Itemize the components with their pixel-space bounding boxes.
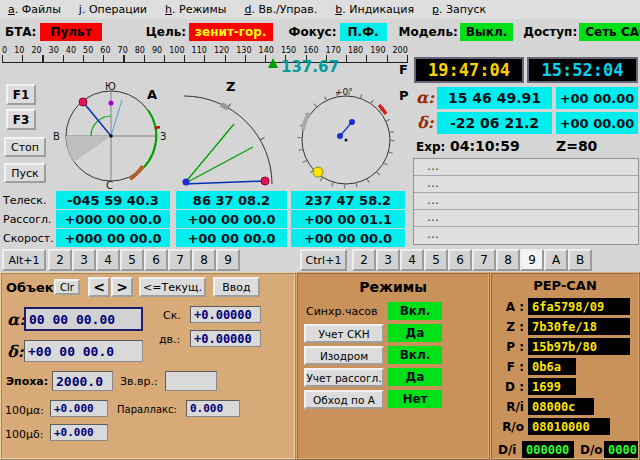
pep-z-value: 7b30fe/18 [528, 318, 630, 335]
tab-ctrl-7[interactable]: 7 [472, 249, 496, 271]
f3-button[interactable]: F3 [6, 109, 36, 130]
ruler-tick: 10 [14, 46, 24, 55]
pep-di-value: 000000 [522, 441, 574, 458]
ruler-tick: 50 [83, 46, 93, 55]
menu-input-control[interactable]: d. Вв./Управ. [244, 3, 317, 16]
pep-panel: PEP-CAN A : 6fa5798/09 Z : 7b30fe/18 P :… [490, 272, 640, 460]
pep-z-label: Z : [494, 320, 524, 334]
ruler-tick: 150 [281, 46, 296, 55]
tab-ctrl-5[interactable]: 5 [424, 249, 448, 271]
delta-value: -22 06 21.2 [437, 112, 552, 134]
mode-bypass-a-button[interactable]: Обход по А [304, 390, 384, 409]
start-button[interactable]: Пуск [4, 163, 46, 183]
tab-ctrl-a[interactable]: A [544, 249, 568, 271]
dial-p-blue-dot [349, 119, 355, 125]
parallax-field[interactable]: 0.000 [186, 400, 240, 417]
tab-alt-5[interactable]: 5 [120, 249, 144, 271]
ruler-tick: 20 [31, 46, 41, 55]
menu-files[interactable]: а. Файлы [8, 3, 61, 16]
pep-f-value: 0b6a [528, 358, 576, 375]
modes-panel: Режимы Синхр.часов Вкл. Учет СКН Да Изод… [296, 272, 490, 460]
menu-files-hotkey: а [8, 3, 15, 16]
tab-alt-2[interactable]: 2 [48, 249, 72, 271]
next-object-button[interactable]: > [111, 277, 133, 297]
tab-alt-9[interactable]: 9 [216, 249, 240, 271]
speed-label: Ск. [163, 309, 181, 322]
pep-p-label: P : [494, 340, 524, 354]
tab-ctrl-9[interactable]: 9 [520, 249, 544, 271]
menu-launch-label: . Запуск [439, 3, 486, 16]
tab-alt-8[interactable]: 8 [192, 249, 216, 271]
pep-p-value: 15b97b/80 [528, 338, 630, 355]
prev-object-button[interactable]: < [88, 277, 110, 297]
object-delta-input[interactable]: +00 00 00.0 [24, 340, 143, 362]
mismatch-rotation-value: +00 00 01.1 [291, 210, 405, 228]
pep-ro-value: 08010000 [528, 418, 610, 435]
ruler-tick-marks [2, 55, 408, 63]
log-row: … [414, 210, 638, 227]
tab-alt-6[interactable]: 6 [144, 249, 168, 271]
menu-indication-label: . Индикация [342, 3, 414, 16]
telescope-row-label: Телеск. [3, 194, 46, 207]
exp-label: Exp: [416, 140, 445, 154]
dial-p-yellow-dot [313, 167, 323, 177]
ruler-marker-icon [268, 58, 278, 68]
pep-ro-label: R/o [494, 420, 524, 434]
ruler-tick: 130 [236, 46, 251, 55]
speed-rotation-value: +00 00 00.0 [291, 229, 405, 247]
tab-alt-4[interactable]: 4 [96, 249, 120, 271]
object-alpha-input[interactable]: 00 00 00.00 [24, 307, 143, 331]
tab-ctrl-3[interactable]: 3 [376, 249, 400, 271]
alt-tabs-label[interactable]: Alt+1 [2, 249, 46, 271]
stop-button[interactable]: Стоп [4, 137, 46, 157]
ruler-tick-labels: 0 10 20 30 40 50 60 70 80 90 100 110 120… [2, 45, 408, 55]
pep-a-value: 6fa5798/09 [528, 298, 630, 315]
epoch-label: Эпоха: [6, 375, 48, 388]
telescope-zenith-value: 86 37 08.2 [176, 191, 287, 209]
menu-indication[interactable]: b. Индикация [335, 3, 414, 16]
tab-ctrl-8[interactable]: 8 [496, 249, 520, 271]
mu-alpha-label: 100μα: [5, 404, 44, 417]
mu-delta-field[interactable]: +0.000 [50, 424, 108, 441]
ctrl-tabs-label[interactable]: Ctrl+1 [300, 249, 347, 271]
ruler-tick: 100 [169, 46, 184, 55]
ruler-tick: 30 [49, 46, 59, 55]
mode-clock-sync-value: Вкл. [388, 302, 442, 320]
tab-ctrl-6[interactable]: 6 [448, 249, 472, 271]
menu-modes[interactable]: h. Режимы [165, 3, 226, 16]
copy-current-button[interactable]: <=Текущ. [139, 277, 206, 297]
menu-operations[interactable]: j. Операции [79, 3, 147, 16]
dial-z-origin-dot [183, 179, 190, 186]
dial-rotation: +0° [292, 78, 410, 190]
ruler-tick: 70 [118, 46, 128, 55]
log-row: … [414, 193, 638, 210]
delta-rate-value: +00 00.00 [556, 112, 638, 134]
delta-label: δ: [417, 113, 434, 132]
compass-top-label: Ю [105, 81, 116, 92]
menu-launch[interactable]: p. Запуск [432, 3, 486, 16]
ruler-tick: 180 [348, 46, 363, 55]
pep-do-label: D/o [580, 443, 603, 457]
f1-button[interactable]: F1 [6, 84, 36, 105]
enter-button[interactable]: Ввод [213, 277, 260, 297]
tab-ctrl-v[interactable]: В [568, 249, 592, 271]
tab-ctrl-2[interactable]: 2 [352, 249, 376, 271]
menu-modes-hotkey: h [165, 3, 172, 16]
clear-button[interactable]: Clr [54, 279, 80, 295]
sidereal-time-field[interactable] [165, 371, 217, 391]
focus-axis-label: F [399, 62, 408, 77]
object-delta-label: δ: [7, 342, 24, 361]
motion-field[interactable]: +0.00000 [190, 330, 261, 347]
tab-alt-3[interactable]: 3 [72, 249, 96, 271]
tab-alt-7[interactable]: 7 [168, 249, 192, 271]
mu-alpha-field[interactable]: +0.000 [50, 400, 108, 417]
tab-ctrl-4[interactable]: 4 [400, 249, 424, 271]
dial-p-angle-label: +0° [335, 87, 353, 97]
mode-mismatch-button[interactable]: Учет рассогл. [304, 368, 384, 387]
bta-label: БТА: [5, 25, 36, 39]
menu-input-control-label: . Вв./Управ. [251, 3, 317, 16]
mode-isodrome-button[interactable]: Изодром [304, 346, 384, 365]
mode-skn-button[interactable]: Учет СКН [304, 324, 384, 343]
epoch-input[interactable]: 2000.0 [52, 371, 113, 391]
speed-field[interactable]: +0.00000 [190, 306, 261, 323]
